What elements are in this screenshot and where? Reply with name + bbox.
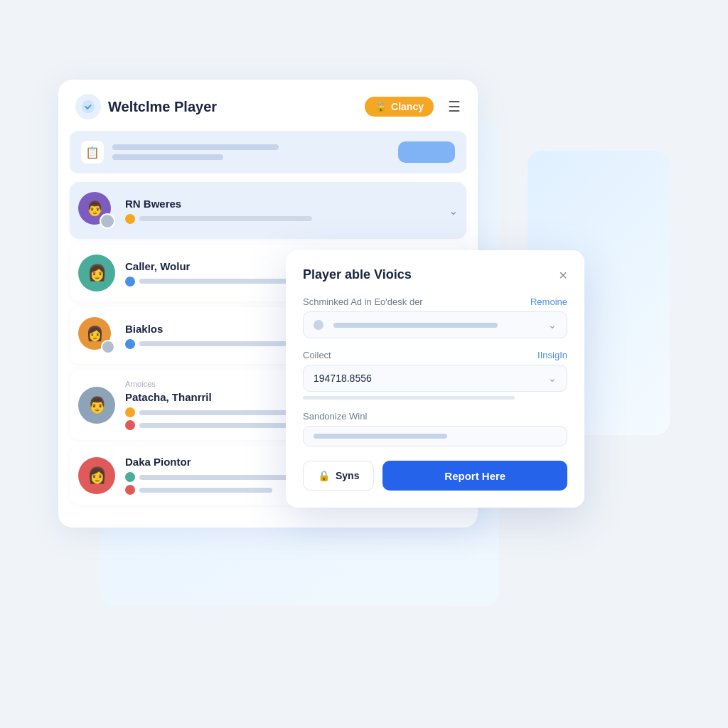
stat-dot: [125, 339, 135, 349]
avatar-group-rn-bweres: 👨: [78, 192, 115, 229]
stat-dot: [125, 277, 135, 287]
close-button[interactable]: ×: [559, 268, 567, 282]
stat-dot: [125, 214, 135, 224]
modal-title: Player able Vioics: [303, 267, 412, 282]
modal-field-1: Schminked Ad in Eo'desk der Remoine ⌄: [303, 296, 567, 338]
stat-bar: [139, 216, 312, 221]
lock-icon: 🔒: [318, 470, 330, 481]
search-line-1: [112, 144, 279, 150]
select-dot: [314, 320, 323, 330]
app-title: Weltclme Player: [108, 99, 358, 115]
stat-bar: [139, 488, 272, 493]
field2-link[interactable]: IInsigIn: [537, 350, 567, 360]
stat-bar: [139, 423, 306, 428]
search-content-placeholder: [112, 144, 390, 160]
select-inner: [314, 320, 548, 330]
stat-rows: [125, 214, 439, 224]
modal-label-row-1: Schminked Ad in Eo'desk der Remoine: [303, 296, 567, 307]
player-name: RN Bweres: [125, 198, 439, 210]
player-item[interactable]: 👨 RN Bweres ⌄: [70, 182, 466, 239]
input-line-placeholder: [314, 434, 447, 439]
field2-select[interactable]: 194718.8556 ⌄: [303, 365, 567, 392]
modal-field-2: Coilect IInsigIn 194718.8556 ⌄: [303, 350, 567, 400]
stat-dot: [125, 407, 135, 417]
search-line-2: [112, 154, 223, 160]
stat-dot: [125, 485, 135, 495]
lock-icon: 🔒: [375, 101, 387, 112]
avatar-patacha: 👨: [78, 387, 115, 424]
chevron-down-icon: ⌄: [548, 373, 557, 384]
field2-value: 194718.8556: [314, 373, 548, 384]
stat-dot: [125, 472, 135, 482]
field2-sub-line: [303, 396, 515, 400]
field3-input[interactable]: [303, 426, 567, 446]
menu-icon[interactable]: ☰: [448, 98, 461, 115]
modal-footer: 🔒 Syns Report Here: [303, 461, 567, 491]
modal-label-row-2: Coilect IInsigIn: [303, 350, 567, 360]
avatar-group-biaklos: 👩: [78, 317, 115, 354]
svg-point-0: [82, 100, 95, 113]
sync-button[interactable]: 🔒 Syns: [303, 461, 374, 491]
modal-header: Player able Vioics ×: [303, 267, 567, 282]
modal-label-row-3: Sandonize Winl: [303, 411, 567, 422]
field1-select[interactable]: ⌄: [303, 311, 567, 338]
avatar-daka: 👩: [78, 457, 115, 494]
search-bar-area: 📋: [70, 131, 466, 173]
sync-label: Syns: [336, 470, 359, 481]
sub-avatar: [100, 213, 115, 229]
sub-avatar: [101, 340, 115, 354]
field3-label: Sandonize Winl: [303, 411, 367, 422]
user-badge[interactable]: 🔒 Clancy: [365, 97, 434, 117]
field1-label: Schminked Ad in Eo'desk der: [303, 296, 423, 307]
modal-dialog: Player able Vioics × Schminked Ad in Eo'…: [286, 250, 584, 508]
field1-link[interactable]: Remoine: [530, 296, 567, 307]
stat-row: [125, 214, 439, 224]
modal-field-3: Sandonize Winl: [303, 411, 567, 446]
chevron-down-icon: ⌄: [548, 319, 557, 331]
avatar-caller-wolur: 👩: [78, 255, 115, 291]
select-line: [333, 323, 498, 328]
avatar-emoji: 👨: [86, 200, 104, 217]
report-button[interactable]: Report Here: [382, 461, 567, 491]
search-button[interactable]: [398, 141, 455, 163]
user-badge-label: Clancy: [391, 101, 424, 112]
player-info: RN Bweres: [125, 198, 439, 224]
field2-label: Coilect: [303, 350, 331, 360]
app-header: Weltclme Player 🔒 Clancy ☰: [58, 80, 478, 131]
clipboard-icon: 📋: [81, 141, 104, 164]
chevron-down-icon[interactable]: ⌄: [449, 204, 458, 218]
app-logo-icon: [75, 94, 101, 119]
stat-dot: [125, 420, 135, 430]
